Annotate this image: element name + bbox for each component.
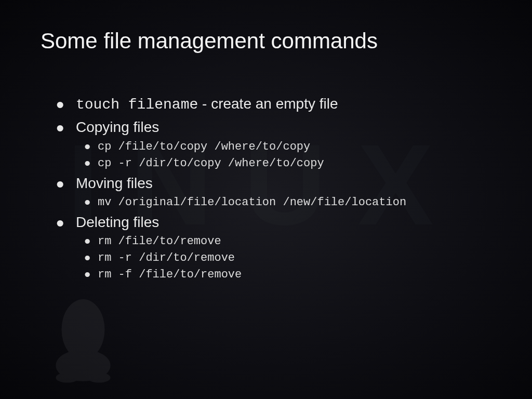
bullet-list: touch filename - create an empty file Co… bbox=[0, 92, 532, 283]
svg-point-3 bbox=[87, 312, 94, 322]
code-cp-file: cp /file/to/copy /where/to/copy bbox=[82, 139, 532, 155]
sublist-copying: cp /file/to/copy /where/to/copy cp -r /d… bbox=[76, 139, 532, 172]
svg-point-0 bbox=[61, 299, 104, 360]
bullet-deleting: Deleting files rm /file/to/remove rm -r … bbox=[56, 211, 532, 283]
bullet-touch: touch filename - create an empty file bbox=[56, 92, 532, 116]
svg-point-4 bbox=[56, 373, 78, 382]
code-rm-file: rm /file/to/remove bbox=[82, 233, 532, 250]
slide: INUX Some file management commands touch… bbox=[0, 0, 532, 399]
svg-point-1 bbox=[56, 350, 110, 381]
svg-point-2 bbox=[72, 312, 79, 322]
label-deleting: Deleting files bbox=[76, 214, 159, 230]
slide-title: Some file management commands bbox=[0, 0, 532, 54]
code-touch: touch filename bbox=[76, 97, 198, 113]
code-cp-dir: cp -r /dir/to/copy /where/to/copy bbox=[82, 155, 532, 172]
code-rm-dir: rm -r /dir/to/remove bbox=[82, 250, 532, 267]
tux-penguin-watermark bbox=[47, 290, 119, 383]
sublist-deleting: rm /file/to/remove rm -r /dir/to/remove … bbox=[76, 233, 532, 283]
code-rm-force: rm -f /file/to/remove bbox=[82, 267, 532, 283]
bullet-copying: Copying files cp /file/to/copy /where/to… bbox=[56, 116, 532, 171]
sublist-moving: mv /original/file/location /new/file/loc… bbox=[76, 194, 532, 211]
code-mv: mv /original/file/location /new/file/loc… bbox=[82, 194, 532, 211]
desc-touch: - create an empty file bbox=[198, 96, 338, 112]
bullet-moving: Moving files mv /original/file/location … bbox=[56, 172, 532, 211]
label-copying: Copying files bbox=[76, 119, 159, 135]
label-moving: Moving files bbox=[76, 175, 153, 191]
svg-point-5 bbox=[87, 373, 110, 382]
